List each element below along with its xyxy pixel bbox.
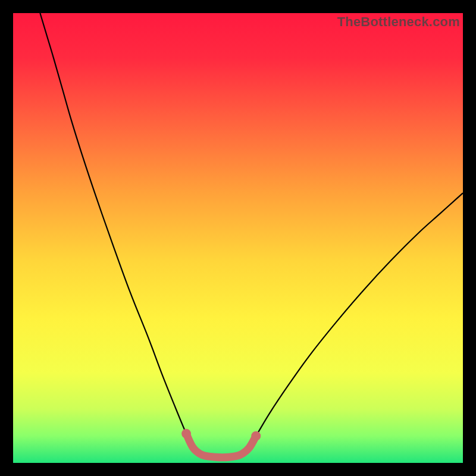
- svg-rect-0: [13, 13, 463, 463]
- chart-frame: TheBottleneck.com: [0, 0, 476, 476]
- gradient-background: [13, 13, 463, 463]
- plot-area: TheBottleneck.com: [13, 13, 463, 463]
